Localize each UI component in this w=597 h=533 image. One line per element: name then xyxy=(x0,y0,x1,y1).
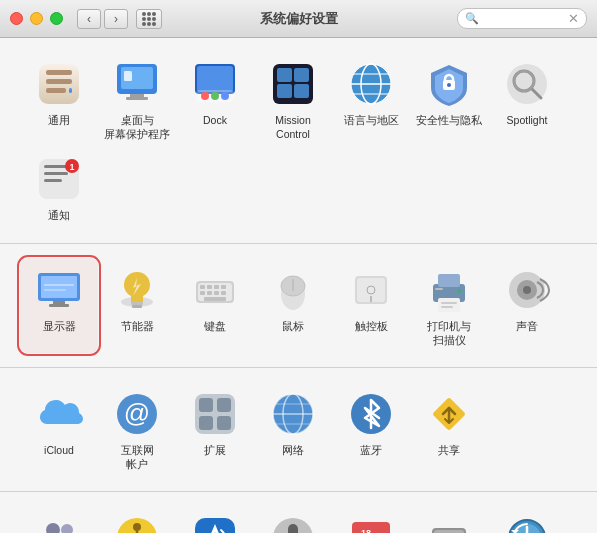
maximize-button[interactable] xyxy=(50,12,63,25)
network-label: 网络 xyxy=(282,444,304,458)
svg-point-75 xyxy=(457,289,461,293)
svg-rect-20 xyxy=(277,84,292,98)
section-internet: iCloud @ 互联网帐户 xyxy=(0,368,597,492)
svg-text:@: @ xyxy=(124,398,150,428)
item-timemachine[interactable]: Time Machine xyxy=(488,506,566,533)
svg-rect-9 xyxy=(124,71,132,81)
svg-rect-37 xyxy=(44,172,68,175)
search-input[interactable] xyxy=(483,13,563,25)
forward-button[interactable]: › xyxy=(104,9,128,29)
sound-icon xyxy=(501,264,553,316)
main-content: 通用 桌面与屏幕保护程序 xyxy=(0,38,597,533)
energy-icon xyxy=(111,264,163,316)
item-spotlight[interactable]: Spotlight xyxy=(488,52,566,147)
item-language[interactable]: 语言与地区 xyxy=(332,52,410,147)
svg-rect-45 xyxy=(44,284,74,286)
icon-grid-personal: 通用 桌面与屏幕保护程序 xyxy=(20,52,577,229)
icloud-icon xyxy=(33,388,85,440)
item-mission[interactable]: MissionControl xyxy=(254,52,332,147)
spotlight-icon xyxy=(501,58,553,110)
svg-rect-12 xyxy=(197,66,233,92)
svg-point-99 xyxy=(133,523,141,531)
item-sharing[interactable]: 共享 xyxy=(410,382,488,477)
internet-label: 互联网帐户 xyxy=(121,444,154,471)
item-general[interactable]: 通用 xyxy=(20,52,98,147)
svg-rect-4 xyxy=(69,88,72,93)
svg-rect-83 xyxy=(199,398,213,412)
item-extensions[interactable]: 扩展 xyxy=(176,382,254,477)
icon-grid-internet: iCloud @ 互联网帐户 xyxy=(20,382,577,477)
svg-rect-44 xyxy=(49,304,69,307)
svg-rect-58 xyxy=(207,291,212,295)
minimize-button[interactable] xyxy=(30,12,43,25)
item-notification[interactable]: 1 通知 xyxy=(20,147,98,229)
svg-rect-73 xyxy=(441,302,457,304)
svg-rect-72 xyxy=(438,298,460,312)
back-button[interactable]: ‹ xyxy=(77,9,101,29)
dock-label: Dock xyxy=(203,114,227,128)
svg-rect-21 xyxy=(294,84,309,98)
item-appstore[interactable]: App Store xyxy=(176,506,254,533)
item-bluetooth[interactable]: 蓝牙 xyxy=(332,382,410,477)
grid-view-button[interactable] xyxy=(136,9,162,29)
item-dictation[interactable]: 听写与语音 xyxy=(254,506,332,533)
item-startup[interactable]: 启动磁盘 xyxy=(410,506,488,533)
printer-label: 打印机与扫描仪 xyxy=(427,320,471,347)
svg-rect-86 xyxy=(217,416,231,430)
svg-rect-49 xyxy=(132,305,142,308)
mission-icon xyxy=(267,58,319,110)
language-label: 语言与地区 xyxy=(344,114,399,128)
section-hardware: 显示器 节能器 xyxy=(0,244,597,368)
svg-rect-56 xyxy=(221,285,226,289)
desktop-icon xyxy=(111,58,163,110)
item-datetime[interactable]: 18 日期与时间 xyxy=(332,506,410,533)
security-label: 安全性与隐私 xyxy=(416,114,482,128)
language-icon xyxy=(345,58,397,110)
item-keyboard[interactable]: 键盘 xyxy=(176,258,254,353)
item-icloud[interactable]: iCloud xyxy=(20,382,98,477)
item-display[interactable]: 显示器 xyxy=(20,258,98,353)
svg-rect-55 xyxy=(214,285,219,289)
svg-point-14 xyxy=(201,92,209,100)
extensions-label: 扩展 xyxy=(204,444,226,458)
svg-rect-19 xyxy=(294,68,309,82)
svg-rect-60 xyxy=(221,291,226,295)
titlebar: ‹ › 系统偏好设置 🔍 ✕ xyxy=(0,0,597,38)
item-dock[interactable]: Dock xyxy=(176,52,254,147)
svg-rect-46 xyxy=(44,289,66,291)
appstore-icon xyxy=(189,512,241,533)
item-energy[interactable]: 节能器 xyxy=(98,258,176,353)
item-network[interactable]: 网络 xyxy=(254,382,332,477)
item-desktop[interactable]: 桌面与屏幕保护程序 xyxy=(98,52,176,147)
close-button[interactable] xyxy=(10,12,23,25)
trackpad-label: 触控板 xyxy=(355,320,388,334)
keyboard-label: 键盘 xyxy=(204,320,226,334)
printer-icon xyxy=(423,264,475,316)
svg-rect-43 xyxy=(53,301,65,304)
search-box: 🔍 ✕ xyxy=(457,8,587,29)
svg-point-30 xyxy=(447,83,451,87)
timemachine-icon xyxy=(501,512,553,533)
startup-icon xyxy=(423,512,475,533)
item-sound[interactable]: 声音 xyxy=(488,258,566,353)
grid-dots-icon xyxy=(142,12,156,26)
item-parental[interactable]: 家长控制 xyxy=(98,506,176,533)
item-users[interactable]: 用户与群组 xyxy=(20,506,98,533)
section-personal: 通用 桌面与屏幕保护程序 xyxy=(0,38,597,244)
svg-rect-54 xyxy=(207,285,212,289)
item-mouse[interactable]: 鼠标 xyxy=(254,258,332,353)
keyboard-icon xyxy=(189,264,241,316)
sharing-label: 共享 xyxy=(438,444,460,458)
svg-text:18: 18 xyxy=(361,528,371,533)
item-internet-accounts[interactable]: @ 互联网帐户 xyxy=(98,382,176,477)
bluetooth-label: 蓝牙 xyxy=(360,444,382,458)
window-controls xyxy=(10,12,63,25)
item-printer[interactable]: 打印机与扫描仪 xyxy=(410,258,488,353)
search-clear-button[interactable]: ✕ xyxy=(568,11,579,26)
item-trackpad[interactable]: 触控板 xyxy=(332,258,410,353)
section-system: 用户与群组 家长控制 xyxy=(0,492,597,533)
icloud-label: iCloud xyxy=(44,444,74,458)
svg-rect-8 xyxy=(126,97,148,100)
svg-rect-74 xyxy=(441,306,453,308)
item-security[interactable]: 安全性与隐私 xyxy=(410,52,488,147)
